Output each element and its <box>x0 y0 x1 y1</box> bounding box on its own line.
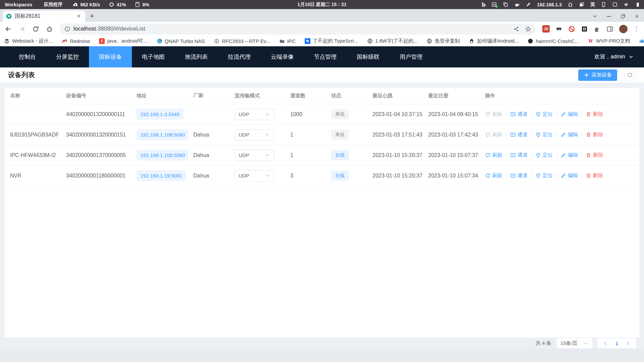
caffeine-icon[interactable] <box>514 2 520 7</box>
bw-extension-icon[interactable] <box>581 25 588 33</box>
add-device-button[interactable]: 添加设备 <box>578 69 617 81</box>
edit-action[interactable]: 编辑 <box>560 152 578 158</box>
edit-action[interactable]: 编辑 <box>560 172 578 179</box>
side-panel-icon[interactable] <box>606 25 613 33</box>
clipboard-icon[interactable] <box>503 2 508 7</box>
channel-action[interactable]: 通道 <box>510 172 528 179</box>
minimize-window-button[interactable] <box>607 16 611 17</box>
stream-mode-select[interactable]: UDP <box>235 170 274 182</box>
refresh-list-button[interactable] <box>624 69 636 81</box>
bookmark-copy-free[interactable]: 免登录复制 <box>427 38 460 44</box>
screenshot-tool-icon[interactable] <box>491 2 497 7</box>
nav-item-split-monitor[interactable]: 分屏监控 <box>46 46 89 67</box>
locate-action[interactable]: 定位 <box>535 111 553 117</box>
nav-item-user-manage[interactable]: 用户管理 <box>390 46 433 67</box>
col-header-device-id: 设备编号 <box>61 88 131 104</box>
bookmark-github-crash[interactable]: hairrrrr/C-CrashC... <box>528 38 579 44</box>
address-pill[interactable]: 192.168.1.108:5060 <box>137 129 188 140</box>
close-window-button[interactable]: × <box>635 14 639 19</box>
user-menu[interactable]: 欢迎，admin <box>594 53 644 60</box>
browser-tab-active[interactable]: 国标28181 × <box>3 11 85 22</box>
adblock-extension-icon[interactable] <box>568 25 575 33</box>
bookmark-qnap[interactable]: QNAP Turbo NAS <box>157 38 205 44</box>
restore-window-button[interactable] <box>620 13 626 19</box>
battery-icon[interactable] <box>635 2 641 7</box>
home-tray-icon[interactable] <box>567 2 573 7</box>
site-info-icon[interactable] <box>64 26 70 32</box>
reload-button[interactable] <box>32 25 39 33</box>
next-page-button[interactable] <box>622 341 635 346</box>
locate-action[interactable]: 定位 <box>535 172 553 179</box>
bookmark-redmine[interactable]: Redmine <box>62 38 90 44</box>
stream-mode-select[interactable]: UDP <box>235 129 274 141</box>
locate-action[interactable]: 定位 <box>535 132 553 138</box>
bookmark-compile-android[interactable]: 如何编译Android... <box>469 38 518 44</box>
tab-close-button[interactable]: × <box>76 13 82 20</box>
address-bar[interactable]: localhost:38080/#/deviceList <box>60 23 536 35</box>
delete-action[interactable]: 删除 <box>586 111 603 117</box>
share-icon[interactable] <box>513 26 519 32</box>
refresh-action[interactable]: 刷新 <box>485 172 502 179</box>
nav-item-e-map[interactable]: 电子地图 <box>132 46 175 67</box>
nav-item-push-list[interactable]: 推流列表 <box>175 46 218 67</box>
bookmark-rfc2833[interactable]: RFC2833 – RTP Ev... <box>214 38 270 44</box>
address-pill[interactable]: 192.168.1.100:5060 <box>137 150 188 161</box>
applications-menu-button[interactable]: 应用程序 <box>42 2 64 8</box>
ime-indicator[interactable]: 英 <box>590 2 595 8</box>
ip-address-indicator[interactable]: 192.168.1.3 <box>537 2 562 7</box>
nav-item-console[interactable]: 控制台 <box>9 46 46 67</box>
channel-action[interactable]: 通道 <box>510 152 528 158</box>
page-size-select[interactable]: 15条/页 <box>557 338 592 348</box>
tab-search-icon[interactable] <box>592 13 598 19</box>
bookmark-webstack[interactable]: Webstack - 设计... <box>4 38 53 44</box>
nav-item-cloud-record[interactable]: 云端录像 <box>261 46 304 67</box>
edit-action[interactable]: 编辑 <box>560 111 578 117</box>
color-picker-icon[interactable] <box>526 2 531 7</box>
profile-avatar[interactable] <box>619 25 628 33</box>
forward-button[interactable] <box>18 25 26 33</box>
delete-action[interactable]: 删除 <box>586 132 603 138</box>
notifications-icon[interactable] <box>612 2 618 7</box>
stream-mode-select[interactable]: UDP <box>235 150 274 161</box>
address-pill[interactable]: 192.168.1.19:5061 <box>137 170 186 181</box>
volume-icon[interactable] <box>624 2 629 7</box>
nav-item-pull-proxy[interactable]: 拉流代理 <box>218 46 261 67</box>
delete-action[interactable]: 删除 <box>586 172 603 179</box>
nav-item-gb-devices[interactable]: 国标设备 <box>89 46 132 67</box>
bookmark-cloud-server[interactable]: 服务器 - 轻量应用... <box>639 38 644 44</box>
mask-extension-icon[interactable] <box>555 25 562 33</box>
bookmark-java-android[interactable]: Cjava、android可... <box>99 38 147 44</box>
prev-page-button[interactable] <box>599 341 612 346</box>
delete-action[interactable]: 删除 <box>586 152 603 158</box>
nav-item-gb-cascade[interactable]: 国标级联 <box>347 46 390 67</box>
channel-action[interactable]: 通道 <box>510 111 528 117</box>
bing-tray-icon[interactable]: b <box>482 1 486 8</box>
workspaces-button[interactable]: Workspaces <box>3 2 34 7</box>
edit-action[interactable]: 编辑 <box>560 132 578 138</box>
home-button[interactable] <box>46 25 53 33</box>
browser-menu-button[interactable]: ⋮ <box>633 25 639 33</box>
stream-mode-select[interactable]: UDP <box>235 109 274 120</box>
bookmark-folder-ipc[interactable]: IPC <box>279 38 296 44</box>
bookmark-18w[interactable]: 1.8W字|了不起的... <box>367 38 417 44</box>
cell-status: 在线 <box>326 145 367 165</box>
refresh-action[interactable]: 刷新 <box>485 152 502 158</box>
phone-connect-icon[interactable] <box>601 2 606 7</box>
channel-action[interactable]: 通道 <box>510 132 528 138</box>
extensions-puzzle-icon[interactable] <box>594 25 601 33</box>
window-switcher-icon[interactable] <box>579 2 585 7</box>
address-pill[interactable]: 192.168.1.3:3346 <box>137 109 183 120</box>
nav-item-node-manage[interactable]: 节点管理 <box>304 46 347 67</box>
current-page[interactable]: 1 <box>612 341 622 346</box>
refresh-action[interactable]: 刷新 <box>485 111 502 117</box>
bookmark-wvp-docs[interactable]: WWVP-PRO文档 <box>588 38 630 44</box>
back-button[interactable] <box>5 25 12 33</box>
js-extension-icon[interactable]: JS <box>542 25 550 33</box>
bookmark-star-icon[interactable] <box>525 26 531 32</box>
locate-action[interactable]: 定位 <box>535 152 553 158</box>
clock-menu[interactable]: 1月10日 星期二 15：21 <box>297 2 346 8</box>
bookmark-zhihu-typescript[interactable]: 知了不起的 TypeScri... <box>305 38 358 44</box>
col-header-name: 名称 <box>5 88 61 104</box>
new-tab-button[interactable]: + <box>85 12 99 20</box>
refresh-action[interactable]: 刷新 <box>485 132 502 138</box>
